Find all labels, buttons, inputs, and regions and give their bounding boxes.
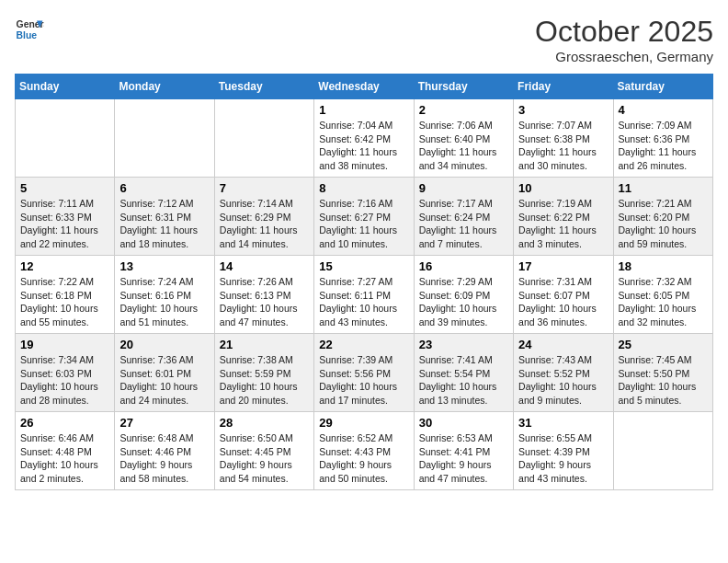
calendar-week-5: 26Sunrise: 6:46 AMSunset: 4:48 PMDayligh… xyxy=(16,412,713,490)
calendar-cell: 25Sunrise: 7:45 AMSunset: 5:50 PMDayligh… xyxy=(613,334,712,412)
calendar-cell xyxy=(613,412,712,490)
day-number: 15 xyxy=(319,259,408,273)
calendar-cell: 16Sunrise: 7:29 AMSunset: 6:09 PMDayligh… xyxy=(414,256,513,334)
day-number: 16 xyxy=(419,259,508,273)
day-number: 7 xyxy=(220,181,309,195)
calendar-cell: 20Sunrise: 7:36 AMSunset: 6:01 PMDayligh… xyxy=(115,334,214,412)
day-info: Sunrise: 7:34 AMSunset: 6:03 PMDaylight:… xyxy=(20,353,109,408)
calendar-cell: 7Sunrise: 7:14 AMSunset: 6:29 PMDaylight… xyxy=(214,178,313,256)
day-number: 23 xyxy=(419,338,508,351)
day-info: Sunrise: 7:38 AMSunset: 5:59 PMDaylight:… xyxy=(220,353,309,408)
day-number: 27 xyxy=(119,416,209,430)
calendar-cell xyxy=(115,99,214,178)
day-number: 26 xyxy=(20,416,109,430)
day-number: 19 xyxy=(20,338,109,351)
title-area: October 2025 Grossraeschen, Germany xyxy=(535,15,713,64)
day-info: Sunrise: 7:36 AMSunset: 6:01 PMDaylight:… xyxy=(119,353,209,408)
month-title: October 2025 xyxy=(535,15,713,49)
day-number: 1 xyxy=(319,103,408,117)
calendar-cell: 22Sunrise: 7:39 AMSunset: 5:56 PMDayligh… xyxy=(314,334,414,412)
day-info: Sunrise: 7:43 AMSunset: 5:52 PMDaylight:… xyxy=(518,353,608,408)
svg-text:Blue: Blue xyxy=(17,30,38,40)
calendar-cell: 17Sunrise: 7:31 AMSunset: 6:07 PMDayligh… xyxy=(514,256,613,334)
calendar-cell: 30Sunrise: 6:53 AMSunset: 4:41 PMDayligh… xyxy=(414,412,513,490)
day-info: Sunrise: 7:17 AMSunset: 6:24 PMDaylight:… xyxy=(419,197,508,251)
day-info: Sunrise: 7:31 AMSunset: 6:07 PMDaylight:… xyxy=(518,275,608,329)
day-info: Sunrise: 7:21 AMSunset: 6:20 PMDaylight:… xyxy=(619,197,708,251)
day-info: Sunrise: 7:22 AMSunset: 6:18 PMDaylight:… xyxy=(20,275,109,329)
calendar-cell: 31Sunrise: 6:55 AMSunset: 4:39 PMDayligh… xyxy=(514,412,613,490)
calendar-week-2: 5Sunrise: 7:11 AMSunset: 6:33 PMDaylight… xyxy=(16,178,713,256)
day-info: Sunrise: 7:29 AMSunset: 6:09 PMDaylight:… xyxy=(419,275,508,329)
day-info: Sunrise: 6:48 AMSunset: 4:46 PMDaylight:… xyxy=(119,431,209,486)
day-number: 9 xyxy=(419,181,508,195)
header-wednesday: Wednesday xyxy=(314,75,414,99)
day-header-row: SundayMondayTuesdayWednesdayThursdayFrid… xyxy=(16,75,713,99)
calendar-cell: 12Sunrise: 7:22 AMSunset: 6:18 PMDayligh… xyxy=(16,256,115,334)
day-info: Sunrise: 7:19 AMSunset: 6:22 PMDaylight:… xyxy=(518,197,608,251)
day-number: 5 xyxy=(20,181,109,195)
day-info: Sunrise: 7:14 AMSunset: 6:29 PMDaylight:… xyxy=(220,197,309,251)
day-number: 2 xyxy=(419,103,508,117)
header-saturday: Saturday xyxy=(613,75,712,99)
day-number: 29 xyxy=(319,416,408,430)
calendar-cell: 3Sunrise: 7:07 AMSunset: 6:38 PMDaylight… xyxy=(514,99,613,178)
day-info: Sunrise: 6:46 AMSunset: 4:48 PMDaylight:… xyxy=(20,431,109,486)
day-number: 20 xyxy=(119,338,209,351)
logo: General Blue xyxy=(15,15,44,44)
day-info: Sunrise: 7:24 AMSunset: 6:16 PMDaylight:… xyxy=(119,275,209,329)
day-number: 21 xyxy=(220,338,309,351)
day-info: Sunrise: 7:06 AMSunset: 6:40 PMDaylight:… xyxy=(419,119,508,173)
calendar-cell: 26Sunrise: 6:46 AMSunset: 4:48 PMDayligh… xyxy=(16,412,115,490)
day-info: Sunrise: 6:50 AMSunset: 4:45 PMDaylight:… xyxy=(220,431,309,486)
day-info: Sunrise: 7:07 AMSunset: 6:38 PMDaylight:… xyxy=(518,119,608,173)
calendar-cell xyxy=(16,99,115,178)
header: General Blue October 2025 Grossraeschen,… xyxy=(15,15,713,64)
day-info: Sunrise: 7:12 AMSunset: 6:31 PMDaylight:… xyxy=(119,197,209,251)
calendar-cell: 10Sunrise: 7:19 AMSunset: 6:22 PMDayligh… xyxy=(514,178,613,256)
header-sunday: Sunday xyxy=(16,75,115,99)
day-info: Sunrise: 7:09 AMSunset: 6:36 PMDaylight:… xyxy=(619,119,708,173)
header-monday: Monday xyxy=(115,75,214,99)
calendar-week-1: 1Sunrise: 7:04 AMSunset: 6:42 PMDaylight… xyxy=(16,99,713,178)
calendar-cell: 29Sunrise: 6:52 AMSunset: 4:43 PMDayligh… xyxy=(314,412,414,490)
day-number: 31 xyxy=(518,416,608,430)
day-number: 12 xyxy=(20,259,109,273)
day-info: Sunrise: 7:32 AMSunset: 6:05 PMDaylight:… xyxy=(619,275,708,329)
day-info: Sunrise: 7:27 AMSunset: 6:11 PMDaylight:… xyxy=(319,275,408,329)
calendar-cell: 13Sunrise: 7:24 AMSunset: 6:16 PMDayligh… xyxy=(115,256,214,334)
location-subtitle: Grossraeschen, Germany xyxy=(535,49,713,64)
day-number: 14 xyxy=(220,259,309,273)
calendar-cell: 23Sunrise: 7:41 AMSunset: 5:54 PMDayligh… xyxy=(414,334,513,412)
day-number: 8 xyxy=(319,181,408,195)
calendar-week-3: 12Sunrise: 7:22 AMSunset: 6:18 PMDayligh… xyxy=(16,256,713,334)
day-number: 6 xyxy=(119,181,209,195)
calendar-cell: 24Sunrise: 7:43 AMSunset: 5:52 PMDayligh… xyxy=(514,334,613,412)
day-number: 30 xyxy=(419,416,508,430)
calendar-week-4: 19Sunrise: 7:34 AMSunset: 6:03 PMDayligh… xyxy=(16,334,713,412)
day-info: Sunrise: 7:26 AMSunset: 6:13 PMDaylight:… xyxy=(220,275,309,329)
logo-icon: General Blue xyxy=(15,15,44,44)
calendar-cell: 9Sunrise: 7:17 AMSunset: 6:24 PMDaylight… xyxy=(414,178,513,256)
day-number: 25 xyxy=(619,338,708,351)
calendar-cell: 5Sunrise: 7:11 AMSunset: 6:33 PMDaylight… xyxy=(16,178,115,256)
day-number: 24 xyxy=(518,338,608,351)
day-info: Sunrise: 7:04 AMSunset: 6:42 PMDaylight:… xyxy=(319,119,408,173)
day-info: Sunrise: 7:16 AMSunset: 6:27 PMDaylight:… xyxy=(319,197,408,251)
day-number: 28 xyxy=(220,416,309,430)
calendar-table: SundayMondayTuesdayWednesdayThursdayFrid… xyxy=(15,74,713,490)
day-info: Sunrise: 6:53 AMSunset: 4:41 PMDaylight:… xyxy=(419,431,508,486)
header-friday: Friday xyxy=(514,75,613,99)
calendar-cell: 21Sunrise: 7:38 AMSunset: 5:59 PMDayligh… xyxy=(214,334,313,412)
calendar-cell: 14Sunrise: 7:26 AMSunset: 6:13 PMDayligh… xyxy=(214,256,313,334)
header-tuesday: Tuesday xyxy=(214,75,313,99)
calendar-cell: 6Sunrise: 7:12 AMSunset: 6:31 PMDaylight… xyxy=(115,178,214,256)
calendar-cell xyxy=(214,99,313,178)
day-info: Sunrise: 7:45 AMSunset: 5:50 PMDaylight:… xyxy=(619,353,708,408)
day-number: 3 xyxy=(518,103,608,117)
calendar-cell: 11Sunrise: 7:21 AMSunset: 6:20 PMDayligh… xyxy=(613,178,712,256)
day-info: Sunrise: 7:41 AMSunset: 5:54 PMDaylight:… xyxy=(419,353,508,408)
day-info: Sunrise: 7:39 AMSunset: 5:56 PMDaylight:… xyxy=(319,353,408,408)
header-thursday: Thursday xyxy=(414,75,513,99)
calendar-cell: 27Sunrise: 6:48 AMSunset: 4:46 PMDayligh… xyxy=(115,412,214,490)
